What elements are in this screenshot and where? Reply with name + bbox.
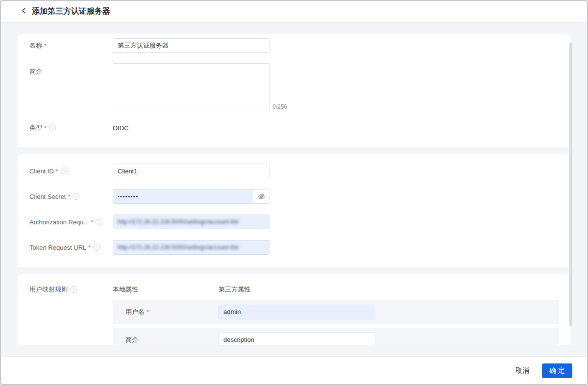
column-header-local: 本地属性 bbox=[113, 285, 219, 294]
client-secret-row: Client Secret*i •••••••• bbox=[29, 189, 559, 204]
required-mark: * bbox=[44, 124, 47, 132]
char-counter: 0/256 bbox=[272, 103, 287, 110]
type-label: 类型*i bbox=[29, 123, 113, 132]
token-url-label: Token Request URL*i bbox=[29, 244, 113, 251]
type-value: OIDC bbox=[113, 124, 129, 132]
eye-off-icon[interactable] bbox=[253, 190, 269, 203]
required-mark: * bbox=[91, 218, 93, 226]
info-icon[interactable]: i bbox=[93, 244, 100, 251]
info-icon[interactable]: i bbox=[70, 286, 77, 293]
info-icon[interactable]: i bbox=[61, 168, 68, 174]
required-mark: * bbox=[147, 308, 149, 315]
description-textarea[interactable] bbox=[113, 63, 270, 111]
redacted-url-text: http://172.26.22.226:5000/settings/accou… bbox=[118, 244, 239, 251]
client-secret-input[interactable]: •••••••• bbox=[113, 189, 270, 204]
form-scroll-area: 名称* 简介 0/256 类型*i OIDC bbox=[1, 23, 587, 345]
mapping-row-username: 用户名* bbox=[113, 300, 559, 324]
required-mark: * bbox=[44, 42, 47, 49]
description-row: 简介 0/256 bbox=[29, 63, 559, 111]
required-mark: * bbox=[56, 168, 58, 175]
add-auth-server-page: 添加第三方认证服务器 名称* 简介 0/256 bbox=[0, 0, 588, 385]
page-title: 添加第三方认证服务器 bbox=[32, 6, 110, 17]
redacted-url-text: http://172.26.22.226:5000/settings/accou… bbox=[118, 218, 239, 225]
chevron-left-icon bbox=[21, 7, 27, 16]
confirm-button[interactable]: 确 定 bbox=[542, 363, 572, 378]
authorization-url-row: Authorization Requ...*i http://172.26.22… bbox=[29, 215, 559, 229]
name-label: 名称* bbox=[29, 41, 113, 50]
info-icon[interactable]: i bbox=[73, 193, 79, 200]
mapping-row-label: 简介 bbox=[125, 336, 219, 344]
page-header: 添加第三方认证服务器 bbox=[1, 1, 587, 23]
client-id-input[interactable] bbox=[113, 164, 270, 178]
name-row: 名称* bbox=[29, 38, 559, 53]
client-secret-masked-value: •••••••• bbox=[113, 190, 253, 203]
scrollbar-thumb[interactable] bbox=[569, 43, 572, 326]
user-mapping-card: 用户映射规则i 本地属性 第三方属性 用户名* 简介 bbox=[18, 274, 570, 345]
token-url-input[interactable]: http://172.26.22.226:5000/settings/accou… bbox=[113, 240, 270, 255]
description-label: 简介 bbox=[29, 67, 113, 76]
oidc-settings-card: Client ID*i Client Secret*i •••••••• bbox=[18, 154, 570, 267]
info-icon[interactable]: i bbox=[96, 218, 102, 225]
type-row: 类型*i OIDC bbox=[29, 123, 559, 133]
authorization-url-input[interactable]: http://172.26.22.226:5000/settings/accou… bbox=[113, 215, 270, 229]
mapping-section-label: 用户映射规则i bbox=[29, 285, 113, 294]
username-mapping-input[interactable] bbox=[219, 305, 375, 319]
client-id-row: Client ID*i bbox=[29, 164, 559, 178]
footer-bar: 取消 确 定 bbox=[1, 357, 587, 384]
basic-info-card: 名称* 简介 0/256 类型*i OIDC bbox=[18, 34, 570, 147]
required-mark: * bbox=[88, 244, 91, 251]
authorization-url-label: Authorization Requ...*i bbox=[29, 218, 113, 226]
mapping-row-label: 用户名* bbox=[125, 308, 219, 316]
name-input[interactable] bbox=[113, 38, 270, 53]
mapping-header: 用户映射规则i 本地属性 第三方属性 bbox=[29, 285, 559, 294]
token-url-row: Token Request URL*i http://172.26.22.226… bbox=[29, 240, 559, 255]
cancel-button[interactable]: 取消 bbox=[514, 364, 530, 377]
column-header-thirdparty: 第三方属性 bbox=[219, 285, 250, 294]
info-icon[interactable]: i bbox=[49, 124, 56, 131]
mapping-row-description: 简介 bbox=[113, 328, 559, 345]
description-mapping-input[interactable] bbox=[219, 333, 375, 345]
client-secret-label: Client Secret*i bbox=[29, 193, 113, 200]
back-button[interactable] bbox=[21, 7, 27, 16]
required-mark: * bbox=[68, 193, 70, 200]
client-id-label: Client ID*i bbox=[29, 168, 113, 175]
